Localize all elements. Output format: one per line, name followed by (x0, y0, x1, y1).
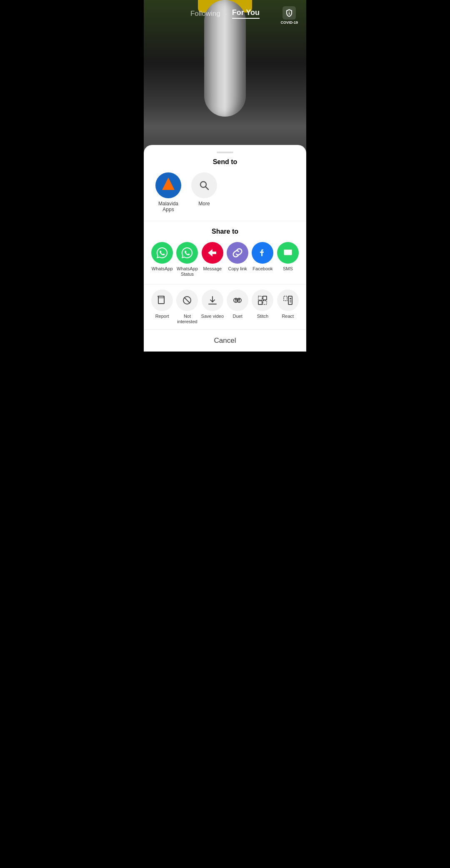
facebook-icon (252, 242, 273, 264)
svg-point-26 (290, 298, 291, 299)
sms-label: SMS (283, 266, 293, 272)
svg-rect-20 (258, 296, 262, 300)
report-label: Report (155, 314, 169, 319)
action-save-video[interactable]: Save video (201, 289, 224, 324)
tab-for-you[interactable]: For You (232, 8, 260, 19)
contact-malavida[interactable]: M Malavida Apps (154, 172, 183, 212)
cancel-button[interactable]: Cancel (144, 329, 306, 352)
stitch-label: Stitch (257, 314, 269, 319)
svg-rect-22 (258, 301, 262, 304)
share-message[interactable]: Message (201, 242, 224, 277)
action-report[interactable]: Report (150, 289, 174, 324)
not-interested-label: Not interested (175, 314, 199, 324)
copy-link-label: Copy link (228, 266, 247, 272)
section-divider (144, 221, 306, 221)
tab-following[interactable]: Following (190, 10, 220, 18)
duet-icon (227, 289, 248, 311)
share-copy-link[interactable]: Copy link (226, 242, 249, 277)
share-whatsapp[interactable]: WhatsApp (150, 242, 174, 277)
save-video-icon (202, 289, 223, 311)
react-icon (277, 289, 299, 311)
bottom-sheet: Send to M Malavida Apps (144, 145, 306, 352)
covid-shield-icon (282, 6, 296, 20)
stitch-icon (252, 289, 273, 311)
report-icon (151, 289, 173, 311)
svg-point-0 (160, 177, 177, 194)
send-to-title: Send to (150, 158, 300, 166)
share-whatsapp-status[interactable]: WhatsApp Status (175, 242, 199, 277)
section-divider-2 (144, 284, 306, 284)
not-interested-icon (176, 289, 198, 311)
svg-marker-5 (208, 249, 216, 257)
cancel-label: Cancel (214, 337, 236, 345)
whatsapp-status-label: WhatsApp Status (175, 266, 199, 277)
send-to-row: M Malavida Apps More (150, 172, 300, 212)
action-react[interactable]: React (276, 289, 300, 324)
malavida-label: Malavida Apps (154, 201, 183, 212)
copy-link-icon (227, 242, 248, 264)
svg-line-11 (184, 297, 190, 303)
action-not-interested[interactable]: Not interested (175, 289, 199, 324)
send-to-section: Send to M Malavida Apps (144, 158, 306, 219)
svg-point-16 (235, 299, 237, 300)
svg-rect-24 (284, 296, 287, 301)
top-navigation: Following · For You COVID-19 (144, 0, 306, 23)
facebook-label: Facebook (252, 266, 272, 272)
svg-rect-8 (158, 296, 164, 304)
nav-tabs: Following · For You (190, 8, 260, 19)
malavida-avatar: M (155, 172, 181, 198)
svg-rect-23 (263, 301, 267, 304)
sms-icon (277, 242, 299, 264)
sheet-handle (217, 152, 233, 153)
action-duet[interactable]: Duet (226, 289, 249, 324)
message-icon (202, 242, 223, 264)
more-avatar (191, 172, 217, 198)
message-label: Message (203, 266, 222, 272)
duet-label: Duet (233, 314, 242, 319)
whatsapp-label: WhatsApp (152, 266, 173, 272)
share-to-section: Share to WhatsApp WhatsApp Status (144, 223, 306, 282)
svg-text:M: M (167, 184, 170, 189)
action-grid: Report Not interested Save video (144, 286, 306, 328)
more-label: More (198, 201, 210, 207)
svg-rect-21 (263, 296, 267, 300)
action-stitch[interactable]: Stitch (251, 289, 274, 324)
covid-label: COVID-19 (280, 20, 298, 25)
contact-more[interactable]: More (191, 172, 217, 212)
save-video-label: Save video (201, 314, 224, 319)
svg-line-4 (206, 187, 209, 190)
svg-point-18 (238, 299, 240, 300)
svg-rect-25 (288, 296, 292, 304)
react-label: React (282, 314, 294, 319)
share-sms[interactable]: SMS (276, 242, 300, 277)
share-to-title: Share to (150, 228, 300, 235)
covid-badge[interactable]: COVID-19 (280, 6, 298, 25)
whatsapp-icon (151, 242, 173, 264)
share-facebook[interactable]: Facebook (251, 242, 274, 277)
whatsapp-status-icon (176, 242, 198, 264)
nav-divider: · (225, 10, 227, 17)
share-grid: WhatsApp WhatsApp Status Message (150, 242, 300, 277)
